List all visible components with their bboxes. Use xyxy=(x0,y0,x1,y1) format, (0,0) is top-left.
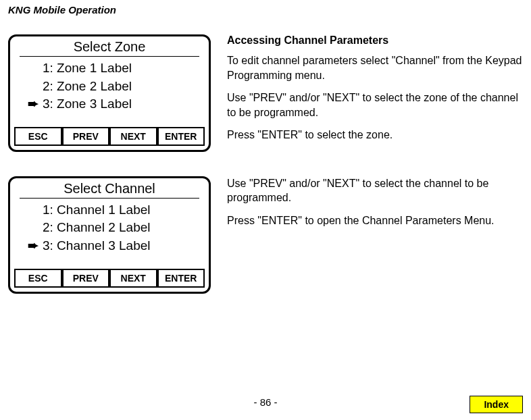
pointer-icon: ➨ xyxy=(24,95,43,113)
esc-button[interactable]: ESC xyxy=(14,269,62,288)
list-item: 2: Channel 2 Label xyxy=(18,219,201,237)
device-screen-channel: Select Channel 1: Channel 1 Label 2: Cha… xyxy=(8,176,211,294)
text-column-zone: Accessing Channel Parameters To edit cha… xyxy=(227,34,523,152)
list-item: 1: Zone 1 Label xyxy=(18,59,201,78)
prev-button[interactable]: PREV xyxy=(62,127,110,146)
screen-title-zone: Select Zone xyxy=(20,36,199,57)
channel-list: 1: Channel 1 Label 2: Channel 2 Label ➨ … xyxy=(10,199,209,267)
paragraph: Press "ENTER" to select the zone. xyxy=(227,128,523,142)
zone-item-label: 3: Zone 3 Label xyxy=(43,95,132,113)
channel-item-label: 2: Channel 2 Label xyxy=(43,219,151,237)
section-heading: Accessing Channel Parameters xyxy=(227,34,523,47)
channel-item-label: 3: Channel 3 Label xyxy=(43,237,151,255)
paragraph: Use "PREV" and/or "NEXT" to select the c… xyxy=(227,176,523,205)
list-item: 2: Zone 2 Label xyxy=(18,78,201,96)
row-channel: Select Channel 1: Channel 1 Label 2: Cha… xyxy=(8,176,523,294)
button-row: ESC PREV NEXT ENTER xyxy=(10,267,209,292)
list-item: ➨ 3: Zone 3 Label xyxy=(18,95,201,113)
enter-button[interactable]: ENTER xyxy=(157,127,205,146)
paragraph: To edit channel parameters select "Chann… xyxy=(227,53,523,82)
text-column-channel: Use "PREV" and/or "NEXT" to select the c… xyxy=(227,176,523,294)
esc-button[interactable]: ESC xyxy=(14,127,62,146)
pointer-icon: ➨ xyxy=(24,237,43,255)
enter-button[interactable]: ENTER xyxy=(157,269,205,288)
zone-item-label: 1: Zone 1 Label xyxy=(43,59,132,78)
button-row: ESC PREV NEXT ENTER xyxy=(10,126,209,150)
page-number: - 86 - xyxy=(253,396,277,408)
row-zone: Select Zone 1: Zone 1 Label 2: Zone 2 La… xyxy=(8,34,523,152)
list-item: ➨ 3: Channel 3 Label xyxy=(18,237,201,255)
next-button[interactable]: NEXT xyxy=(109,269,157,288)
zone-list: 1: Zone 1 Label 2: Zone 2 Label ➨ 3: Zon… xyxy=(10,57,209,126)
channel-item-label: 1: Channel 1 Label xyxy=(43,201,151,219)
device-screen-zone: Select Zone 1: Zone 1 Label 2: Zone 2 La… xyxy=(8,34,211,152)
zone-item-label: 2: Zone 2 Label xyxy=(43,78,132,96)
index-button[interactable]: Index xyxy=(470,396,523,413)
screen-title-channel: Select Channel xyxy=(20,178,199,199)
paragraph: Press "ENTER" to open the Channel Parame… xyxy=(227,213,523,228)
next-button[interactable]: NEXT xyxy=(109,127,157,146)
page-header: KNG Mobile Operation xyxy=(8,4,523,16)
prev-button[interactable]: PREV xyxy=(62,269,110,288)
paragraph: Use "PREV" and/or "NEXT" to select the z… xyxy=(227,90,523,120)
list-item: 1: Channel 1 Label xyxy=(18,201,201,219)
